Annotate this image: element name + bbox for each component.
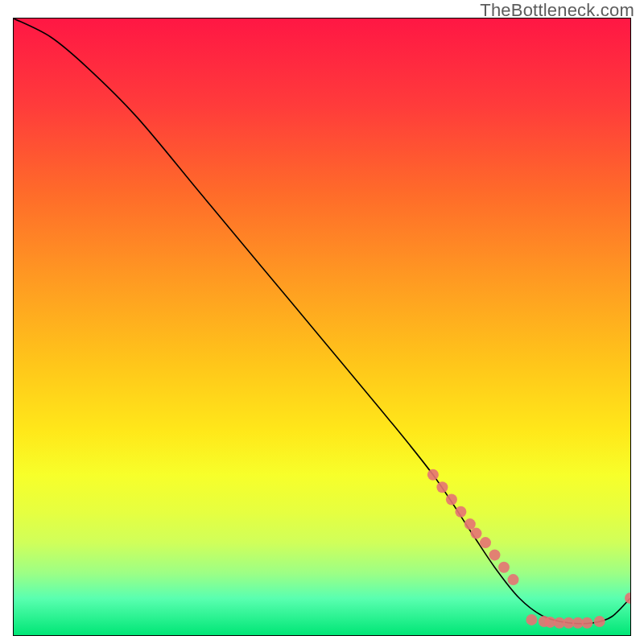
data-point	[455, 506, 466, 518]
data-point	[526, 614, 537, 625]
marker-cluster-b	[526, 592, 630, 629]
data-point	[464, 518, 476, 530]
data-point	[471, 528, 482, 539]
chart-svg	[14, 19, 630, 635]
data-point	[436, 481, 448, 493]
data-point	[563, 617, 574, 629]
data-point	[572, 617, 584, 629]
data-point	[539, 616, 550, 627]
plot-area	[13, 18, 631, 636]
marker-cluster-a	[427, 469, 519, 585]
data-point	[480, 537, 491, 548]
data-point	[489, 549, 501, 560]
data-point	[594, 616, 605, 627]
data-point	[625, 592, 630, 604]
data-point	[446, 494, 457, 506]
bottleneck-curve	[14, 19, 630, 624]
chart-container: TheBottleneck.com	[0, 0, 644, 644]
data-point	[544, 617, 555, 628]
data-point	[498, 562, 510, 573]
data-point	[581, 617, 592, 629]
data-point	[508, 574, 519, 585]
data-point	[427, 469, 439, 481]
data-point	[554, 617, 565, 629]
